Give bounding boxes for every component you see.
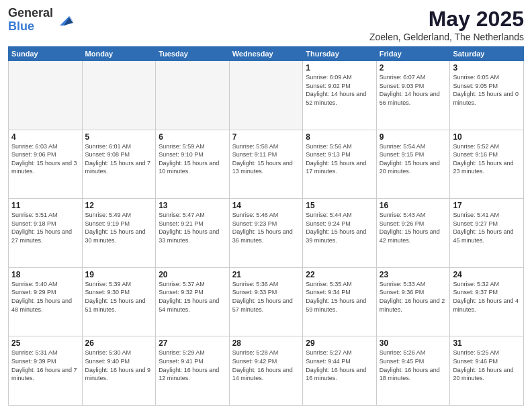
calendar-week-3: 18Sunrise: 5:40 AMSunset: 9:29 PMDayligh… — [9, 267, 524, 336]
day-info: Sunrise: 5:32 AMSunset: 9:37 PMDaylight:… — [453, 280, 521, 314]
day-info: Sunrise: 6:03 AMSunset: 9:06 PMDaylight:… — [11, 142, 79, 176]
logo-blue: Blue — [8, 20, 53, 34]
calendar-cell: 2Sunrise: 6:07 AMSunset: 9:03 PMDaylight… — [376, 61, 450, 130]
day-number: 22 — [306, 270, 373, 279]
day-info: Sunrise: 5:46 AMSunset: 9:23 PMDaylight:… — [232, 211, 300, 244]
calendar-cell: 17Sunrise: 5:41 AMSunset: 9:27 PMDayligh… — [450, 199, 524, 268]
day-number: 8 — [306, 132, 373, 142]
day-info: Sunrise: 5:49 AMSunset: 9:19 PMDaylight:… — [85, 211, 153, 244]
day-number: 27 — [159, 338, 226, 348]
day-number: 11 — [11, 201, 79, 210]
calendar-header-wednesday: Wednesday — [229, 47, 303, 61]
day-number: 4 — [11, 132, 79, 142]
calendar-cell — [156, 61, 230, 130]
day-info: Sunrise: 5:47 AMSunset: 9:21 PMDaylight:… — [159, 211, 226, 244]
calendar-week-2: 11Sunrise: 5:51 AMSunset: 9:18 PMDayligh… — [9, 199, 524, 268]
day-number: 29 — [306, 338, 373, 348]
calendar-cell — [82, 61, 156, 130]
day-info: Sunrise: 5:26 AMSunset: 9:45 PMDaylight:… — [380, 349, 447, 382]
calendar-header-tuesday: Tuesday — [156, 47, 230, 61]
calendar-cell: 26Sunrise: 5:30 AMSunset: 9:40 PMDayligh… — [82, 336, 156, 406]
day-number: 24 — [453, 270, 521, 279]
calendar-cell: 23Sunrise: 5:33 AMSunset: 9:36 PMDayligh… — [376, 267, 450, 336]
calendar-cell: 15Sunrise: 5:44 AMSunset: 9:24 PMDayligh… — [303, 199, 377, 268]
calendar-week-0: 1Sunrise: 6:09 AMSunset: 9:02 PMDaylight… — [9, 61, 524, 130]
calendar-cell: 4Sunrise: 6:03 AMSunset: 9:06 PMDaylight… — [9, 130, 83, 199]
day-number: 28 — [232, 338, 300, 348]
day-info: Sunrise: 5:39 AMSunset: 9:30 PMDaylight:… — [85, 280, 153, 314]
day-number: 7 — [232, 132, 300, 142]
page: General Blue May 2025 Zoelen, Gelderland… — [0, 0, 532, 411]
calendar-cell: 18Sunrise: 5:40 AMSunset: 9:29 PMDayligh… — [9, 267, 83, 336]
day-info: Sunrise: 6:07 AMSunset: 9:03 PMDaylight:… — [380, 73, 447, 107]
calendar-header-saturday: Saturday — [450, 47, 524, 61]
day-info: Sunrise: 5:44 AMSunset: 9:24 PMDaylight:… — [306, 211, 373, 244]
calendar-cell: 29Sunrise: 5:27 AMSunset: 9:44 PMDayligh… — [303, 336, 377, 406]
calendar-cell: 21Sunrise: 5:36 AMSunset: 9:33 PMDayligh… — [229, 267, 303, 336]
day-number: 21 — [232, 270, 300, 279]
calendar-cell: 7Sunrise: 5:58 AMSunset: 9:11 PMDaylight… — [229, 130, 303, 199]
day-number: 19 — [85, 270, 153, 279]
calendar-cell: 31Sunrise: 5:25 AMSunset: 9:46 PMDayligh… — [450, 336, 524, 406]
day-info: Sunrise: 5:40 AMSunset: 9:29 PMDaylight:… — [11, 280, 79, 314]
day-number: 2 — [380, 63, 447, 73]
calendar-cell: 5Sunrise: 6:01 AMSunset: 9:08 PMDaylight… — [82, 130, 156, 199]
calendar-cell: 3Sunrise: 6:05 AMSunset: 9:05 PMDaylight… — [450, 61, 524, 130]
calendar-cell: 19Sunrise: 5:39 AMSunset: 9:30 PMDayligh… — [82, 267, 156, 336]
calendar-cell: 6Sunrise: 5:59 AMSunset: 9:10 PMDaylight… — [156, 130, 230, 199]
day-info: Sunrise: 5:29 AMSunset: 9:41 PMDaylight:… — [159, 349, 226, 382]
calendar-cell: 25Sunrise: 5:31 AMSunset: 9:39 PMDayligh… — [9, 336, 83, 406]
day-info: Sunrise: 5:35 AMSunset: 9:34 PMDaylight:… — [306, 280, 373, 314]
day-number: 9 — [380, 132, 447, 142]
day-info: Sunrise: 5:30 AMSunset: 9:40 PMDaylight:… — [85, 349, 153, 382]
calendar-cell: 8Sunrise: 5:56 AMSunset: 9:13 PMDaylight… — [303, 130, 377, 199]
calendar-cell: 14Sunrise: 5:46 AMSunset: 9:23 PMDayligh… — [229, 199, 303, 268]
day-number: 20 — [159, 270, 226, 279]
day-info: Sunrise: 5:37 AMSunset: 9:32 PMDaylight:… — [159, 280, 226, 314]
day-number: 23 — [380, 270, 447, 279]
day-number: 10 — [453, 132, 521, 142]
day-info: Sunrise: 5:41 AMSunset: 9:27 PMDaylight:… — [453, 211, 521, 244]
day-info: Sunrise: 5:31 AMSunset: 9:39 PMDaylight:… — [11, 349, 79, 382]
calendar-table: SundayMondayTuesdayWednesdayThursdayFrid… — [8, 46, 524, 406]
calendar-header-sunday: Sunday — [9, 47, 83, 61]
calendar-cell: 24Sunrise: 5:32 AMSunset: 9:37 PMDayligh… — [450, 267, 524, 336]
day-info: Sunrise: 5:28 AMSunset: 9:42 PMDaylight:… — [232, 349, 300, 382]
day-number: 3 — [453, 63, 521, 73]
day-info: Sunrise: 6:01 AMSunset: 9:08 PMDaylight:… — [85, 142, 153, 176]
day-number: 5 — [85, 132, 153, 142]
calendar-cell: 12Sunrise: 5:49 AMSunset: 9:19 PMDayligh… — [82, 199, 156, 268]
calendar-cell: 30Sunrise: 5:26 AMSunset: 9:45 PMDayligh… — [376, 336, 450, 406]
day-number: 6 — [159, 132, 226, 142]
day-number: 14 — [232, 201, 300, 210]
day-info: Sunrise: 5:52 AMSunset: 9:16 PMDaylight:… — [453, 142, 521, 176]
day-number: 18 — [11, 270, 79, 279]
calendar-week-1: 4Sunrise: 6:03 AMSunset: 9:06 PMDaylight… — [9, 130, 524, 199]
day-number: 15 — [306, 201, 373, 210]
calendar-cell: 16Sunrise: 5:43 AMSunset: 9:26 PMDayligh… — [376, 199, 450, 268]
day-number: 12 — [85, 201, 153, 210]
day-info: Sunrise: 6:05 AMSunset: 9:05 PMDaylight:… — [453, 73, 521, 107]
calendar-week-4: 25Sunrise: 5:31 AMSunset: 9:39 PMDayligh… — [9, 336, 524, 406]
day-info: Sunrise: 5:54 AMSunset: 9:15 PMDaylight:… — [380, 142, 447, 176]
calendar-cell: 11Sunrise: 5:51 AMSunset: 9:18 PMDayligh… — [9, 199, 83, 268]
calendar-cell: 22Sunrise: 5:35 AMSunset: 9:34 PMDayligh… — [303, 267, 377, 336]
calendar-header-row: SundayMondayTuesdayWednesdayThursdayFrid… — [9, 47, 524, 61]
day-info: Sunrise: 5:36 AMSunset: 9:33 PMDaylight:… — [232, 280, 300, 314]
calendar-header-thursday: Thursday — [303, 47, 377, 61]
calendar-cell: 13Sunrise: 5:47 AMSunset: 9:21 PMDayligh… — [156, 199, 230, 268]
day-info: Sunrise: 5:43 AMSunset: 9:26 PMDaylight:… — [380, 211, 447, 244]
day-number: 1 — [306, 63, 373, 73]
logo-icon — [54, 11, 75, 31]
logo-general: General — [8, 7, 53, 20]
calendar-header-monday: Monday — [82, 47, 156, 61]
calendar-cell — [229, 61, 303, 130]
calendar-header-friday: Friday — [376, 47, 450, 61]
logo: General Blue — [8, 7, 75, 34]
main-title: May 2025 — [369, 7, 524, 32]
subtitle: Zoelen, Gelderland, The Netherlands — [369, 32, 524, 42]
day-info: Sunrise: 5:56 AMSunset: 9:13 PMDaylight:… — [306, 142, 373, 176]
day-number: 16 — [380, 201, 447, 210]
day-number: 25 — [11, 338, 79, 348]
calendar-cell: 28Sunrise: 5:28 AMSunset: 9:42 PMDayligh… — [229, 336, 303, 406]
